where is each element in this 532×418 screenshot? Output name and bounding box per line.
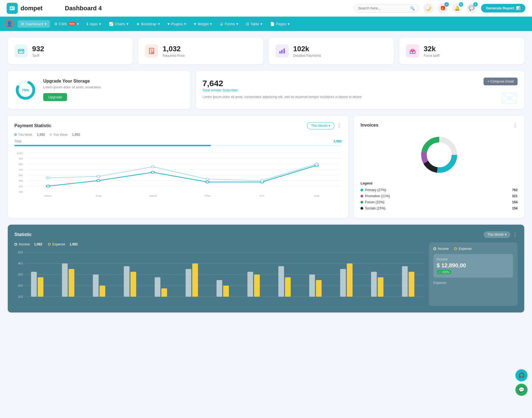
svg-rect-17 [283, 48, 285, 53]
search-box[interactable]: 🔍 [354, 4, 419, 12]
logo-text: dompet [21, 5, 42, 12]
moon-button[interactable]: 🌙 [423, 3, 433, 13]
storage-title: Upgrade Your Storage [43, 79, 101, 84]
payments-icon [275, 44, 289, 58]
primary-label: Primary (27%) [365, 188, 386, 192]
upgrade-button[interactable]: Upgrade [43, 93, 67, 101]
chart-icon: 📊 [516, 6, 520, 10]
svg-text:30: 30 [19, 191, 23, 193]
nav-item-cms[interactable]: ⚙ CMS New ▾ [51, 20, 82, 28]
nav-item-table[interactable]: ⊟ Table ▾ [243, 20, 266, 28]
svg-text:50: 50 [18, 251, 23, 254]
svg-text:20: 20 [18, 284, 23, 287]
tariff-label: Tariff [32, 54, 44, 58]
forms-icon: 🖨 [220, 22, 223, 26]
email-subtitle: Total emails Subcriber. [203, 88, 518, 92]
nav-item-pages[interactable]: 📄 Pages ▾ [267, 20, 293, 28]
svg-rect-3 [12, 9, 13, 9]
chat-icon: 💬 [469, 6, 474, 11]
nav-item-widget[interactable]: ♥ Widget ▾ [191, 20, 215, 28]
payment-more-button[interactable]: ⋮ [337, 123, 342, 129]
charts-icon: 📈 [109, 22, 113, 26]
nav-bar: 👤 ⊞ Dashboard ▾ ⚙ CMS New ▾ ℹ Apps ▾ 📈 C… [0, 17, 532, 31]
bell-button[interactable]: 🔔 12 [452, 3, 462, 13]
expense-section-label: Expense [433, 281, 513, 285]
panel-expense-label: Expense [459, 247, 472, 251]
socials-value: 154 [512, 206, 518, 210]
svg-rect-75 [93, 275, 99, 297]
income-info-label: Income [437, 257, 510, 261]
bar-chart: 50 40 30 20 10 [14, 250, 423, 305]
income-legend-label: Income [19, 242, 30, 246]
svg-rect-87 [278, 266, 284, 297]
nav-item-bootstrap[interactable]: ★ Bootstrap ▾ [133, 20, 163, 28]
svg-rect-77 [124, 266, 130, 297]
storage-percent: 75% [22, 88, 29, 92]
svg-rect-90 [316, 280, 322, 297]
svg-rect-96 [409, 272, 415, 297]
nav-item-plugins[interactable]: ♥ Plugins ▾ [164, 20, 190, 28]
invoices-more-button[interactable]: ⋮ [513, 122, 518, 128]
forum-dot [360, 201, 363, 204]
arrow-up-icon: ↑ [439, 270, 441, 274]
income-badge: ↑ +15% [437, 270, 451, 274]
nav-charts-label: Charts [115, 22, 125, 26]
dashboard-icon: ⊞ [21, 22, 24, 26]
force-tariff-value: 32k [424, 45, 439, 53]
svg-text:90: 90 [19, 157, 23, 160]
email-background-icon: ✉ [500, 86, 519, 109]
statistic-more-button[interactable]: ⋮ [513, 232, 518, 238]
nav-item-apps[interactable]: ℹ Apps ▾ [83, 20, 104, 28]
nav-item-charts[interactable]: 📈 Charts ▾ [106, 20, 132, 28]
expense-legend-value: 1,982 [70, 242, 78, 246]
cms-icon: ⚙ [54, 22, 58, 26]
svg-rect-94 [378, 277, 383, 297]
expense-legend-label: Expense [52, 242, 65, 246]
svg-text:10: 10 [18, 295, 23, 298]
new-badge: New [68, 22, 76, 25]
detailed-payments-label: Detailed Payments [293, 54, 321, 58]
legend-primary: Primary (27%) 763 [360, 187, 518, 193]
svg-rect-86 [254, 275, 260, 297]
svg-text:40: 40 [18, 262, 23, 265]
stat-card-force-tariff: 32k Force tariff [399, 38, 524, 64]
statistic-month-label: This Month [487, 233, 504, 237]
nav-charts-arrow: ▾ [127, 22, 129, 26]
tariff-info: 932 Tariff [32, 45, 44, 58]
nav-dashboard-label: Dashboard [25, 22, 43, 26]
this-month-filter[interactable]: This Month ▾ [307, 122, 334, 129]
search-input[interactable] [358, 6, 408, 10]
bar-legend: Income 1,982 Expense 1,982 [14, 242, 423, 246]
panel-income-label: Income [438, 247, 449, 251]
required-price-info: 1,032 Required Price [163, 45, 185, 58]
nav-item-forms[interactable]: 🖨 Forms ▾ [216, 20, 242, 28]
legend-promotion: Promotion (11%) 321 [360, 193, 518, 199]
svg-rect-82 [192, 263, 198, 297]
svg-text:40: 40 [19, 185, 23, 188]
nav-widget-arrow: ▾ [210, 22, 212, 26]
storage-description: Lorem ipsum dolor sit amet, onsectetur. [43, 85, 101, 89]
gift-button[interactable]: 🎁 2 [438, 3, 448, 13]
compose-email-button[interactable]: + Compose Email [484, 78, 518, 85]
week2-dot [50, 134, 52, 136]
nav-item-dashboard[interactable]: ⊞ Dashboard ▾ [18, 20, 50, 28]
generate-report-button[interactable]: Generate Report 📊 [481, 4, 525, 12]
chevron-down-icon-stat: ▾ [505, 233, 507, 237]
total-value: 3,982 [333, 139, 342, 143]
search-icon: 🔍 [410, 6, 415, 11]
svg-rect-1 [11, 7, 12, 9]
svg-text:60: 60 [19, 174, 23, 176]
svg-point-53 [206, 178, 209, 180]
svg-rect-73 [62, 263, 68, 297]
email-description: Lorem ipsum dolor sit amet, consectetur … [203, 95, 518, 99]
force-tariff-icon [406, 44, 419, 58]
svg-point-45 [97, 179, 100, 182]
nav-apps-label: Apps [89, 22, 98, 26]
nav-forms-label: Forms [225, 22, 235, 26]
svg-rect-79 [155, 277, 160, 297]
svg-point-44 [46, 185, 50, 187]
line-chart: 100 90 80 70 60 50 40 30 Mon Tue Wed Thu… [14, 150, 342, 200]
statistic-month-filter[interactable]: This Month ▾ [484, 231, 510, 238]
chat-button[interactable]: 💬 5 [467, 3, 477, 13]
email-card: + Compose Email 7,642 Total emails Subcr… [196, 71, 524, 109]
